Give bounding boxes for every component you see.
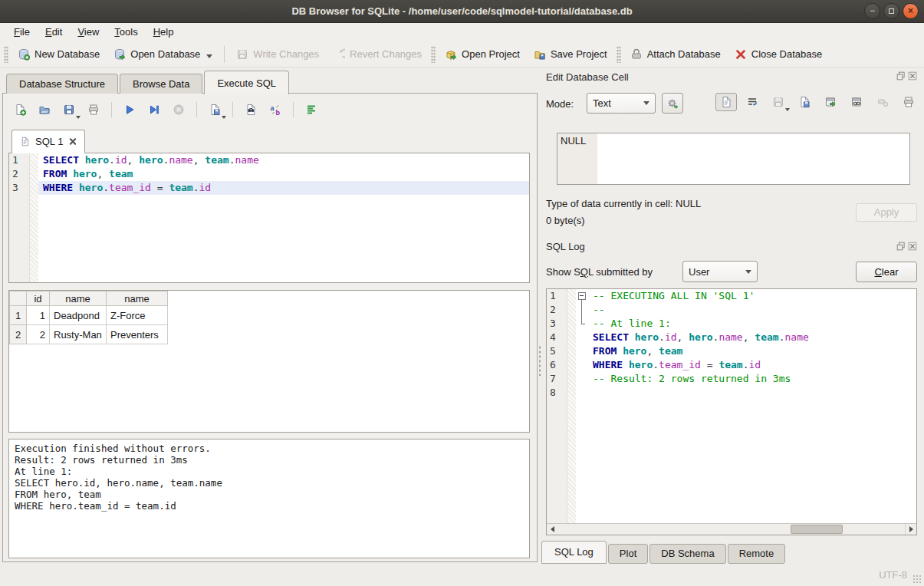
cell-export-button[interactable] [820, 93, 841, 111]
cell-editor[interactable]: NULL [557, 133, 910, 185]
results-table: idnamename11DeadpondZ-Force22Rusty-ManPr… [9, 291, 168, 344]
maximize-icon[interactable] [883, 3, 899, 19]
chevron-down-icon[interactable] [206, 54, 212, 58]
sql-tab-label: SQL 1 [35, 136, 63, 147]
save-sql-file-button[interactable] [58, 100, 80, 119]
scroll-left-icon[interactable] [547, 524, 558, 535]
app-window: { "window": { "title": "DB Browser for S… [0, 0, 924, 586]
toolbar-separator [196, 102, 197, 117]
cell-link-button[interactable] [846, 93, 867, 111]
tab-browse-data[interactable]: Browse Data [120, 74, 202, 94]
print-button[interactable] [83, 100, 104, 119]
window-controls: − × [864, 3, 919, 19]
sql-filter-select[interactable]: User [682, 261, 758, 282]
dock-tab-bar: SQL LogPlotDB SchemaRemote [541, 541, 785, 564]
find-in-doc-button[interactable] [240, 100, 261, 119]
chevron-down-icon[interactable] [785, 108, 790, 111]
chevron-down-icon[interactable] [76, 116, 81, 119]
row-header[interactable]: 1 [10, 306, 27, 325]
export-results-button[interactable] [204, 100, 225, 119]
close-database-button[interactable]: Close Database [728, 44, 830, 64]
mode-select[interactable]: Text [587, 93, 656, 114]
clear-log-button[interactable]: Clear [856, 262, 917, 282]
splitter-handle[interactable] [8, 283, 530, 289]
menu-tools[interactable]: Tools [107, 23, 145, 41]
code-line: 7-- Result: 2 rows returned in 3ms [547, 372, 916, 386]
row-header[interactable]: 2 [10, 325, 27, 344]
cell-import-button [768, 93, 789, 111]
table-cell[interactable]: 1 [27, 306, 50, 325]
dock-tab-remote[interactable]: Remote [728, 544, 786, 564]
open-database-icon [113, 48, 126, 61]
cell-document-button[interactable] [715, 93, 737, 111]
close-tab-icon[interactable] [68, 137, 77, 146]
dock-tab-sql-log[interactable]: SQL Log [541, 541, 607, 564]
toolbar-separator [293, 102, 294, 117]
svg-text:a: a [271, 104, 275, 112]
auto-switch-mode-button[interactable] [662, 93, 683, 114]
table-cell[interactable]: Z-Force [107, 306, 168, 325]
line-number: 5 [547, 344, 567, 358]
toolbar-grip[interactable] [431, 46, 436, 63]
table-cell[interactable]: 2 [27, 325, 50, 344]
dock-tab-plot[interactable]: Plot [608, 544, 648, 564]
float-panel-icon[interactable] [896, 242, 906, 251]
replace-text-button[interactable]: ab [265, 100, 286, 119]
dock-splitter-handle[interactable] [718, 235, 746, 236]
main-toolbar: New DatabaseOpen DatabaseWrite ChangesRe… [0, 41, 924, 67]
column-header[interactable]: name [107, 291, 168, 306]
format-sql-button[interactable] [301, 100, 322, 119]
code-line: 6WHERE hero.team_id = team.id [547, 358, 916, 372]
sql-log-view[interactable]: 1-- EXECUTING ALL IN 'SQL 1'2--3-- At li… [546, 288, 917, 535]
cell-wrap-button[interactable] [742, 93, 763, 111]
float-panel-icon[interactable] [896, 71, 906, 81]
menu-edit[interactable]: Edit [38, 23, 70, 41]
attach-database-button[interactable]: Attach Database [623, 44, 728, 64]
resize-grip[interactable] [912, 574, 922, 584]
table-cell[interactable]: Deadpond [50, 306, 107, 325]
open-project-button[interactable]: Open Project [438, 44, 527, 64]
fold-marker-icon[interactable] [576, 289, 588, 303]
toolbar-grip[interactable] [617, 46, 621, 63]
execute-line-button[interactable] [143, 100, 165, 119]
new-sql-tab-button[interactable] [9, 100, 31, 119]
column-header[interactable]: id [27, 291, 50, 306]
menu-view[interactable]: View [70, 23, 107, 41]
table-cell[interactable]: Rusty-Man [50, 325, 107, 344]
sql-tab[interactable]: SQL 1 [12, 130, 85, 153]
minimize-icon[interactable]: − [864, 3, 880, 19]
execute-all-button[interactable] [119, 100, 140, 119]
sql-editor[interactable]: 1SELECT hero.id, hero.name, team.name2FR… [8, 153, 530, 283]
dock-splitter[interactable] [538, 345, 541, 376]
new-database-icon [18, 48, 30, 61]
column-header[interactable]: name [50, 291, 107, 306]
close-panel-icon[interactable] [908, 71, 917, 81]
dock-tab-db-schema[interactable]: DB Schema [649, 544, 725, 564]
toolbar-grip[interactable] [4, 46, 8, 63]
scroll-right-icon[interactable] [905, 524, 916, 535]
menu-help[interactable]: Help [146, 23, 182, 41]
title-bar[interactable]: DB Browser for SQLite - /home/user/code/… [0, 0, 924, 23]
chevron-down-icon [745, 270, 751, 274]
horizontal-scrollbar[interactable] [547, 523, 916, 535]
corner-header[interactable] [10, 291, 27, 306]
tab-database-structure[interactable]: Database Structure [6, 74, 118, 94]
code-line: 2FROM hero, team [9, 167, 529, 181]
scrollbar-thumb[interactable] [791, 525, 842, 534]
save-project-button[interactable]: Save Project [527, 44, 614, 64]
execute-line-icon [148, 104, 160, 116]
svg-text:b: b [276, 109, 281, 117]
open-database-button[interactable]: Open Database [107, 44, 219, 64]
cell-saveas-button[interactable] [794, 93, 815, 111]
new-database-button[interactable]: New Database [11, 44, 107, 64]
cell-print-button[interactable] [898, 93, 919, 111]
close-icon[interactable]: × [903, 3, 919, 19]
cell-type-info: Type of data currently in cell: NULL [546, 198, 701, 209]
tab-execute-sql[interactable]: Execute SQL [204, 71, 289, 94]
table-cell[interactable]: Preventers [107, 325, 168, 344]
splitter-handle[interactable] [8, 433, 530, 439]
close-panel-icon[interactable] [908, 242, 917, 251]
menu-file[interactable]: File [6, 23, 38, 41]
chevron-down-icon[interactable] [222, 116, 226, 119]
open-sql-file-button[interactable] [34, 100, 55, 119]
